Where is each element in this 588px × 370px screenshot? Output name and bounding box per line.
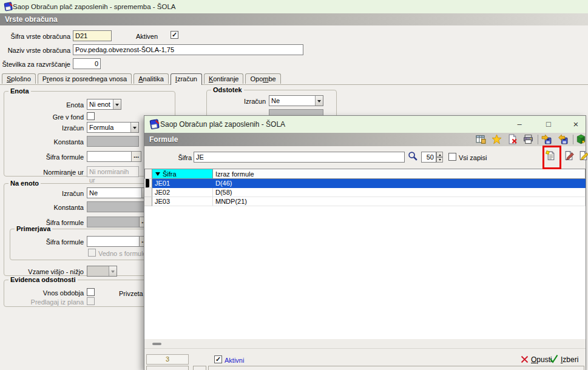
na-enoto-konstanta-label: Konstanta [5, 203, 84, 212]
vsi-zapisi-label: Vsi zapisi [459, 153, 487, 162]
tab-analitika[interactable]: Analitika [133, 73, 169, 84]
tab-prenos-iz-posrednega-vnosa[interactable]: Prenos iz posrednega vnosa [38, 73, 132, 84]
gre-v-fond-label: Gre v fond [5, 113, 84, 121]
horizontal-scrollbar[interactable] [144, 339, 586, 348]
column-header-izraz-formule[interactable]: Izraz formule [213, 169, 586, 179]
main-titlebar: Saop Obračun plač zaposlenih - sprememba… [0, 0, 588, 13]
vzame-visjo-nizjo-dropdown [87, 266, 117, 277]
tab-opombe[interactable]: Opombe [245, 73, 280, 84]
cell-sifra[interactable]: JE02 [152, 188, 213, 197]
minimize-button[interactable]: – [513, 119, 525, 130]
stepper-down-icon [436, 157, 443, 163]
sifra-vrste-obracuna-label: Šifra vrste obračuna [2, 32, 70, 41]
enota-sifra-formule-lookup-button[interactable]: ... [131, 151, 141, 162]
cell-sifra[interactable]: JE01 [152, 179, 213, 188]
printer-icon[interactable] [523, 134, 533, 144]
footer-panel [146, 366, 189, 370]
chevron-down-icon [315, 96, 323, 106]
stevilka-za-razvrscanje-input[interactable] [73, 58, 101, 69]
column-header-sifra[interactable]: Šifra [152, 169, 213, 179]
enota-sifra-formule-input[interactable] [87, 151, 132, 162]
highlight-rectangle [542, 146, 561, 169]
vedno-s-formulo-label: Vedno s formulo [98, 249, 147, 258]
predlagaj-iz-plana-checkbox [87, 297, 95, 305]
edit-record-icon[interactable] [564, 150, 574, 161]
izberi-button[interactable]: Izberi [561, 355, 578, 364]
result-limit-input[interactable] [421, 152, 436, 163]
aktivni-checkbox[interactable]: ✓ [214, 355, 222, 363]
export-icon[interactable] [541, 134, 552, 144]
footer-panel [208, 366, 584, 370]
cell-izraz[interactable]: D(46) [213, 179, 586, 188]
cell-izraz[interactable]: D(58) [213, 188, 586, 197]
search-icon[interactable] [408, 151, 418, 161]
main-section-header-label: Vrste obračuna [5, 15, 58, 24]
search-sifra-input[interactable] [194, 152, 405, 163]
maximize-button[interactable]: □ [542, 119, 555, 130]
document-delete-icon[interactable] [507, 134, 518, 144]
enota-izracun-label: Izračun [5, 124, 84, 132]
tab-content-divider [0, 84, 588, 85]
stepper-up-icon [436, 152, 443, 157]
primerjava-sifra-formule-input[interactable] [87, 236, 140, 247]
tab-kontiranje[interactable]: Kontiranje [204, 73, 244, 84]
cell-izraz[interactable]: MNDP(21) [213, 197, 586, 206]
izberi-check-icon[interactable] [549, 354, 558, 363]
record-count: 3 [146, 354, 189, 365]
toolbar-separator [573, 135, 573, 144]
close-button[interactable]: × [570, 119, 582, 130]
footer-panel [193, 366, 206, 370]
app-icon [4, 2, 13, 12]
lookup-section-header-label: Formule [149, 135, 178, 144]
odstotek-izracun-dropdown[interactable]: Ne [269, 95, 323, 106]
vnos-obdobja-label: Vnos obdobja [5, 289, 84, 297]
main-window-title: Saop Obračun plač zaposlenih - sprememba… [13, 3, 175, 10]
cell-sifra[interactable]: JE03 [152, 197, 213, 206]
enota-dropdown[interactable]: Ni enot [87, 99, 121, 110]
na-enoto-group-legend: Na enoto [8, 180, 41, 187]
enota-sifra-formule-label: Šifra formule [5, 153, 84, 161]
main-section-header: Vrste obračuna [0, 13, 588, 25]
toolbar-separator [538, 135, 538, 144]
normiranje-ur-label: Normiranje ur [5, 168, 84, 177]
evidenca-odsotnosti-group-legend: Evidenca odsotnosti [8, 276, 78, 283]
vsi-zapisi-checkbox[interactable] [448, 153, 456, 161]
vnos-obdobja-checkbox[interactable] [87, 288, 95, 296]
screen: Saop Obračun plač zaposlenih - sprememba… [0, 0, 588, 370]
na-enoto-izracun-dropdown[interactable]: Ne [87, 187, 150, 198]
import-icon[interactable] [558, 134, 568, 144]
odstotek-group-legend: Odstotek [211, 86, 244, 93]
scrollbar-thumb[interactable] [152, 343, 161, 345]
aktiven-checkbox[interactable]: ✓ [171, 31, 178, 39]
row-pointer-cell [144, 179, 152, 188]
gre-v-fond-checkbox[interactable] [87, 112, 95, 120]
vedno-s-formulo-checkbox [88, 249, 96, 257]
tab-izracun[interactable]: Izračun [171, 73, 202, 85]
sifra-vrste-obracuna-input[interactable] [73, 30, 112, 41]
opusti-x-icon[interactable] [521, 355, 529, 363]
tab-strip: SplošnoPrenos iz posrednega vnosaAnaliti… [2, 73, 283, 86]
search-sifra-label: Šifra [163, 153, 192, 162]
enota-konstanta-label: Konstanta [5, 138, 84, 146]
na-enoto-sifra-formule-field [87, 217, 140, 227]
app-icon [149, 119, 160, 130]
privzeta-label: Privzeta [119, 289, 143, 298]
favorites-star-icon[interactable] [492, 134, 502, 144]
row-pointer-icon [146, 179, 152, 188]
primerjava-sifra-formule-label: Šifra formule [11, 238, 84, 246]
tab-splosno[interactable]: Splošno [2, 73, 36, 84]
help-book-icon[interactable] [576, 134, 586, 144]
naziv-vrste-obracuna-input[interactable] [73, 44, 303, 55]
row-selector-cell [144, 188, 152, 197]
chevron-down-icon [113, 99, 121, 109]
predlagaj-iz-plana-label: Predlagaj iz plana [5, 298, 84, 306]
vzame-visjo-nizjo-label: Vzame višjo - nižjo [5, 267, 84, 276]
row-selector-cell [144, 197, 152, 206]
enota-izracun-dropdown[interactable]: Formula [87, 122, 139, 133]
columns-icon[interactable] [476, 134, 486, 144]
limit-stepper[interactable] [436, 152, 443, 163]
chevron-down-icon [109, 266, 117, 276]
odstotek-izracun-label: Izračun [211, 97, 266, 106]
enota-group-legend: Enota [8, 87, 31, 95]
duplicate-record-icon[interactable] [578, 150, 588, 161]
